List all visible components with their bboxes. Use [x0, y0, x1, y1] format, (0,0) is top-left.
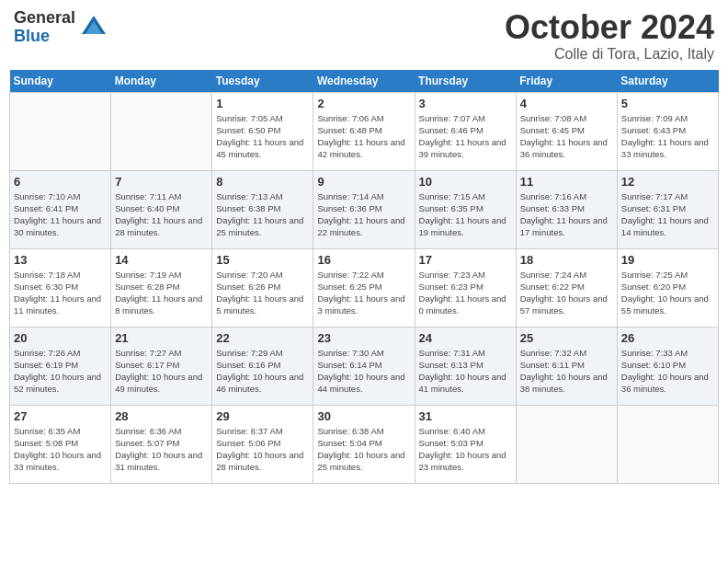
- day-number: 12: [621, 175, 714, 189]
- day-cell: 13 Sunrise: 7:18 AMSunset: 6:30 PMDaylig…: [10, 248, 111, 327]
- day-cell: 14 Sunrise: 7:19 AMSunset: 6:28 PMDaylig…: [111, 248, 212, 327]
- day-info: Sunrise: 7:13 AMSunset: 6:38 PMDaylight:…: [216, 190, 309, 239]
- day-info: Sunrise: 6:35 AMSunset: 5:08 PMDaylight:…: [14, 425, 107, 474]
- day-number: 1: [216, 97, 309, 110]
- week-row-3: 13 Sunrise: 7:18 AMSunset: 6:30 PMDaylig…: [10, 248, 719, 327]
- week-row-2: 6 Sunrise: 7:10 AMSunset: 6:41 PMDayligh…: [10, 170, 719, 248]
- day-cell: 9 Sunrise: 7:14 AMSunset: 6:36 PMDayligh…: [313, 170, 415, 248]
- day-number: 2: [317, 97, 410, 110]
- day-number: 26: [621, 331, 714, 345]
- day-header-saturday: Saturday: [617, 70, 718, 93]
- day-cell: [617, 405, 718, 483]
- day-cell: 20 Sunrise: 7:26 AMSunset: 6:19 PMDaylig…: [10, 327, 111, 405]
- location: Colle di Tora, Lazio, Italy: [505, 46, 714, 63]
- day-cell: 30 Sunrise: 6:38 AMSunset: 5:04 PMDaylig…: [313, 405, 415, 483]
- day-info: Sunrise: 7:17 AMSunset: 6:31 PMDaylight:…: [621, 190, 714, 239]
- day-cell: 16 Sunrise: 7:22 AMSunset: 6:25 PMDaylig…: [313, 248, 415, 327]
- day-info: Sunrise: 7:18 AMSunset: 6:30 PMDaylight:…: [14, 269, 107, 317]
- day-cell: 15 Sunrise: 7:20 AMSunset: 6:26 PMDaylig…: [212, 248, 313, 327]
- day-info: Sunrise: 7:22 AMSunset: 6:25 PMDaylight:…: [317, 269, 410, 317]
- day-number: 20: [14, 331, 107, 345]
- day-cell: [10, 92, 111, 170]
- day-number: 19: [621, 253, 714, 267]
- day-header-monday: Monday: [111, 70, 212, 93]
- day-info: Sunrise: 7:14 AMSunset: 6:36 PMDaylight:…: [317, 190, 410, 239]
- day-number: 28: [115, 409, 208, 423]
- day-cell: 25 Sunrise: 7:32 AMSunset: 6:11 PMDaylig…: [516, 327, 617, 405]
- logo-icon: [80, 14, 108, 41]
- day-info: Sunrise: 6:37 AMSunset: 5:06 PMDaylight:…: [216, 425, 309, 474]
- day-info: Sunrise: 7:29 AMSunset: 6:16 PMDaylight:…: [216, 347, 309, 396]
- day-number: 9: [317, 175, 410, 189]
- day-number: 5: [621, 97, 714, 110]
- day-cell: 7 Sunrise: 7:11 AMSunset: 6:40 PMDayligh…: [111, 170, 212, 248]
- day-info: Sunrise: 7:30 AMSunset: 6:14 PMDaylight:…: [317, 347, 410, 396]
- day-cell: 26 Sunrise: 7:33 AMSunset: 6:10 PMDaylig…: [617, 327, 718, 405]
- day-info: Sunrise: 7:26 AMSunset: 6:19 PMDaylight:…: [14, 347, 107, 396]
- day-header-tuesday: Tuesday: [212, 70, 313, 93]
- day-number: 11: [520, 175, 613, 189]
- day-number: 6: [14, 175, 107, 189]
- day-info: Sunrise: 7:27 AMSunset: 6:17 PMDaylight:…: [115, 347, 208, 396]
- day-cell: 29 Sunrise: 6:37 AMSunset: 5:06 PMDaylig…: [212, 405, 313, 483]
- day-cell: 31 Sunrise: 6:40 AMSunset: 5:03 PMDaylig…: [415, 405, 516, 483]
- day-info: Sunrise: 7:10 AMSunset: 6:41 PMDaylight:…: [14, 190, 107, 239]
- day-number: 25: [520, 331, 613, 345]
- day-number: 31: [419, 409, 512, 423]
- day-cell: 11 Sunrise: 7:16 AMSunset: 6:33 PMDaylig…: [516, 170, 617, 248]
- day-info: Sunrise: 7:15 AMSunset: 6:35 PMDaylight:…: [419, 190, 512, 239]
- day-info: Sunrise: 7:08 AMSunset: 6:45 PMDaylight:…: [520, 112, 613, 161]
- day-cell: 10 Sunrise: 7:15 AMSunset: 6:35 PMDaylig…: [415, 170, 516, 248]
- day-number: 18: [520, 253, 613, 267]
- day-cell: 18 Sunrise: 7:24 AMSunset: 6:22 PMDaylig…: [516, 248, 617, 327]
- day-number: 15: [216, 253, 309, 267]
- day-info: Sunrise: 7:20 AMSunset: 6:26 PMDaylight:…: [216, 269, 309, 317]
- day-cell: 2 Sunrise: 7:06 AMSunset: 6:48 PMDayligh…: [313, 92, 415, 170]
- day-number: 7: [115, 175, 208, 189]
- day-cell: 27 Sunrise: 6:35 AMSunset: 5:08 PMDaylig…: [10, 405, 111, 483]
- day-header-thursday: Thursday: [415, 70, 516, 93]
- day-info: Sunrise: 7:25 AMSunset: 6:20 PMDaylight:…: [621, 269, 714, 317]
- day-info: Sunrise: 7:06 AMSunset: 6:48 PMDaylight:…: [317, 112, 410, 161]
- day-number: 17: [419, 253, 512, 267]
- day-cell: 23 Sunrise: 7:30 AMSunset: 6:14 PMDaylig…: [313, 327, 415, 405]
- day-number: 27: [14, 409, 107, 423]
- day-cell: 1 Sunrise: 7:05 AMSunset: 6:50 PMDayligh…: [212, 92, 313, 170]
- week-row-5: 27 Sunrise: 6:35 AMSunset: 5:08 PMDaylig…: [10, 405, 719, 483]
- day-cell: 22 Sunrise: 7:29 AMSunset: 6:16 PMDaylig…: [212, 327, 313, 405]
- day-cell: 3 Sunrise: 7:07 AMSunset: 6:46 PMDayligh…: [415, 92, 516, 170]
- logo-blue: Blue: [14, 28, 75, 46]
- day-number: 13: [14, 253, 107, 267]
- day-cell: 28 Sunrise: 6:36 AMSunset: 5:07 PMDaylig…: [111, 405, 212, 483]
- day-number: 16: [317, 253, 410, 267]
- day-number: 24: [419, 331, 512, 345]
- day-cell: 17 Sunrise: 7:23 AMSunset: 6:23 PMDaylig…: [415, 248, 516, 327]
- day-cell: 24 Sunrise: 7:31 AMSunset: 6:13 PMDaylig…: [415, 327, 516, 405]
- day-number: 29: [216, 409, 309, 423]
- logo-general: General: [14, 9, 75, 28]
- day-number: 30: [317, 409, 410, 423]
- month-title: October 2024: [505, 9, 714, 46]
- day-cell: 5 Sunrise: 7:09 AMSunset: 6:43 PMDayligh…: [617, 92, 718, 170]
- day-number: 23: [317, 331, 410, 345]
- day-info: Sunrise: 7:05 AMSunset: 6:50 PMDaylight:…: [216, 112, 309, 161]
- day-info: Sunrise: 7:09 AMSunset: 6:43 PMDaylight:…: [621, 112, 714, 161]
- page-header: General Blue October 2024 Colle di Tora,…: [9, 9, 719, 63]
- day-info: Sunrise: 6:40 AMSunset: 5:03 PMDaylight:…: [419, 425, 512, 474]
- day-cell: 21 Sunrise: 7:27 AMSunset: 6:17 PMDaylig…: [111, 327, 212, 405]
- day-info: Sunrise: 6:38 AMSunset: 5:04 PMDaylight:…: [317, 425, 410, 474]
- day-info: Sunrise: 7:07 AMSunset: 6:46 PMDaylight:…: [419, 112, 512, 161]
- day-info: Sunrise: 7:16 AMSunset: 6:33 PMDaylight:…: [520, 190, 613, 239]
- day-cell: [516, 405, 617, 483]
- day-header-sunday: Sunday: [10, 70, 111, 93]
- day-number: 4: [520, 97, 613, 110]
- day-info: Sunrise: 7:11 AMSunset: 6:40 PMDaylight:…: [115, 190, 208, 239]
- day-header-friday: Friday: [516, 70, 617, 93]
- day-cell: [111, 92, 212, 170]
- day-info: Sunrise: 7:19 AMSunset: 6:28 PMDaylight:…: [115, 269, 208, 317]
- header-row: SundayMondayTuesdayWednesdayThursdayFrid…: [10, 70, 719, 93]
- day-info: Sunrise: 7:23 AMSunset: 6:23 PMDaylight:…: [419, 269, 512, 317]
- day-number: 3: [419, 97, 512, 110]
- day-cell: 4 Sunrise: 7:08 AMSunset: 6:45 PMDayligh…: [516, 92, 617, 170]
- day-info: Sunrise: 7:32 AMSunset: 6:11 PMDaylight:…: [520, 347, 613, 396]
